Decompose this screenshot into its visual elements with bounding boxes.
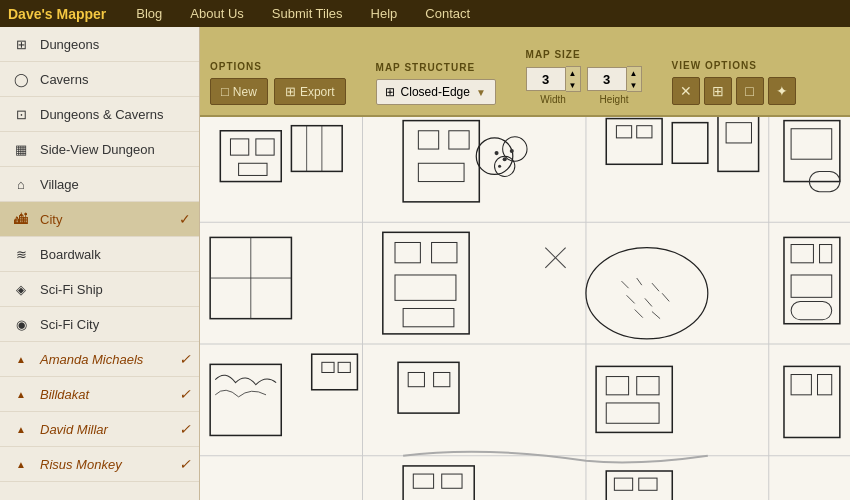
dungeon-icon (10, 33, 32, 55)
map-type-icon: ⊞ (385, 85, 395, 99)
amanda-user-icon (10, 348, 32, 370)
boardwalk-icon (10, 243, 32, 265)
dungeons-caverns-icon (10, 103, 32, 125)
side-view-icon (10, 138, 32, 160)
width-label: Width (540, 94, 566, 105)
top-navigation: Dave's Mapper Blog About Us Submit Tiles… (0, 0, 850, 27)
city-checkmark: ✓ (179, 211, 191, 227)
sidebar-item-scifi-city[interactable]: Sci-Fi City (0, 307, 199, 342)
toolbar-map-size-section: MAP SIZE ▲ ▼ Width (526, 49, 642, 105)
sidebar-item-caverns[interactable]: Caverns (0, 62, 199, 97)
risus-checkmark: ✓ (179, 456, 191, 472)
sidebar-label-scifi-ship: Sci-Fi Ship (40, 282, 103, 297)
sidebar-item-city[interactable]: City ✓ (0, 202, 199, 237)
options-label: OPTIONS (210, 61, 262, 72)
map-type-select[interactable]: ⊞ Closed-Edge ▼ (376, 79, 496, 105)
width-wrapper: ▲ ▼ (526, 66, 581, 92)
export-button[interactable]: ⊞ Export (274, 78, 346, 105)
width-down-button[interactable]: ▼ (566, 79, 580, 91)
sidebar-item-side-view[interactable]: Side-View Dungeon (0, 132, 199, 167)
new-icon: □ (221, 84, 229, 99)
sidebar-label-billdakat: Billdakat (40, 387, 89, 402)
amanda-checkmark: ✓ (179, 351, 191, 367)
view-btn-x[interactable]: ✕ (672, 77, 700, 105)
sidebar-label-village: Village (40, 177, 79, 192)
width-up-button[interactable]: ▲ (566, 67, 580, 79)
david-checkmark: ✓ (179, 421, 191, 437)
height-spinners: ▲ ▼ (627, 66, 642, 92)
svg-point-21 (495, 151, 499, 155)
sidebar-item-boardwalk[interactable]: Boardwalk (0, 237, 199, 272)
options-controls: □ New ⊞ Export (210, 78, 346, 105)
toolbar-map-structure-section: MAP STRUCTURE ⊞ Closed-Edge ▼ (376, 62, 496, 105)
sidebar-item-amanda[interactable]: Amanda Michaels ✓ (0, 342, 199, 377)
toolbar: OPTIONS □ New ⊞ Export MAP STRUCTURE (200, 27, 850, 117)
svg-rect-0 (200, 117, 850, 500)
sidebar-item-risus[interactable]: Risus Monkey ✓ (0, 447, 199, 482)
svg-point-22 (503, 157, 507, 161)
sidebar-label-side-view: Side-View Dungeon (40, 142, 155, 157)
width-group: ▲ ▼ Width (526, 66, 581, 105)
risus-user-icon (10, 453, 32, 475)
export-label: Export (300, 85, 335, 99)
sidebar-label-david: David Millar (40, 422, 108, 437)
map-type-value: Closed-Edge (401, 85, 470, 99)
width-input[interactable] (526, 67, 566, 91)
village-icon (10, 173, 32, 195)
svg-point-24 (498, 165, 501, 168)
nav-about[interactable]: About Us (176, 0, 257, 27)
height-input[interactable] (587, 67, 627, 91)
height-down-button[interactable]: ▼ (627, 79, 641, 91)
sidebar-item-billdakat[interactable]: Billdakat ✓ (0, 377, 199, 412)
toolbar-view-options-section: VIEW OPTIONS ✕ ⊞ □ ✦ (672, 60, 796, 105)
sidebar-item-village[interactable]: Village (0, 167, 199, 202)
main-layout: Dungeons Caverns Dungeons & Caverns Side… (0, 27, 850, 500)
sidebar-label-dungeons-caverns: Dungeons & Caverns (40, 107, 164, 122)
sidebar-label-scifi-city: Sci-Fi City (40, 317, 99, 332)
view-btn-star[interactable]: ✦ (768, 77, 796, 105)
david-user-icon (10, 418, 32, 440)
sidebar-item-scifi-ship[interactable]: Sci-Fi Ship (0, 272, 199, 307)
map-structure-controls: ⊞ Closed-Edge ▼ (376, 79, 496, 105)
height-up-button[interactable]: ▲ (627, 67, 641, 79)
sidebar-item-dungeons[interactable]: Dungeons (0, 27, 199, 62)
height-label: Height (600, 94, 629, 105)
sidebar-item-dungeons-caverns[interactable]: Dungeons & Caverns (0, 97, 199, 132)
map-size-controls: ▲ ▼ Width ▲ ▼ (526, 66, 642, 105)
height-group: ▲ ▼ Height (587, 66, 642, 105)
view-btn-square[interactable]: □ (736, 77, 764, 105)
content-area: OPTIONS □ New ⊞ Export MAP STRUCTURE (200, 27, 850, 500)
map-canvas[interactable] (200, 117, 850, 500)
new-label: New (233, 85, 257, 99)
export-icon: ⊞ (285, 84, 296, 99)
dropdown-arrow-icon: ▼ (476, 87, 486, 98)
map-structure-label: MAP STRUCTURE (376, 62, 475, 73)
map-size-label: MAP SIZE (526, 49, 581, 60)
nav-help[interactable]: Help (357, 0, 412, 27)
sidebar: Dungeons Caverns Dungeons & Caverns Side… (0, 27, 200, 500)
sidebar-item-david[interactable]: David Millar ✓ (0, 412, 199, 447)
billdakat-user-icon (10, 383, 32, 405)
sidebar-label-risus: Risus Monkey (40, 457, 122, 472)
cavern-icon (10, 68, 32, 90)
city-icon (10, 208, 32, 230)
width-spinners: ▲ ▼ (566, 66, 581, 92)
new-button[interactable]: □ New (210, 78, 268, 105)
nav-submit[interactable]: Submit Tiles (258, 0, 357, 27)
scifi-city-icon (10, 313, 32, 335)
billdakat-checkmark: ✓ (179, 386, 191, 402)
brand-logo[interactable]: Dave's Mapper (8, 6, 106, 22)
sidebar-label-city: City (40, 212, 62, 227)
scifi-ship-icon (10, 278, 32, 300)
view-buttons: ✕ ⊞ □ ✦ (672, 77, 796, 105)
nav-contact[interactable]: Contact (411, 0, 484, 27)
sidebar-label-dungeons: Dungeons (40, 37, 99, 52)
height-wrapper: ▲ ▼ (587, 66, 642, 92)
toolbar-options-section: OPTIONS □ New ⊞ Export (210, 61, 346, 105)
sidebar-label-caverns: Caverns (40, 72, 88, 87)
sidebar-label-boardwalk: Boardwalk (40, 247, 101, 262)
svg-point-23 (510, 149, 514, 153)
view-options-label: VIEW OPTIONS (672, 60, 757, 71)
view-btn-grid[interactable]: ⊞ (704, 77, 732, 105)
nav-blog[interactable]: Blog (122, 0, 176, 27)
